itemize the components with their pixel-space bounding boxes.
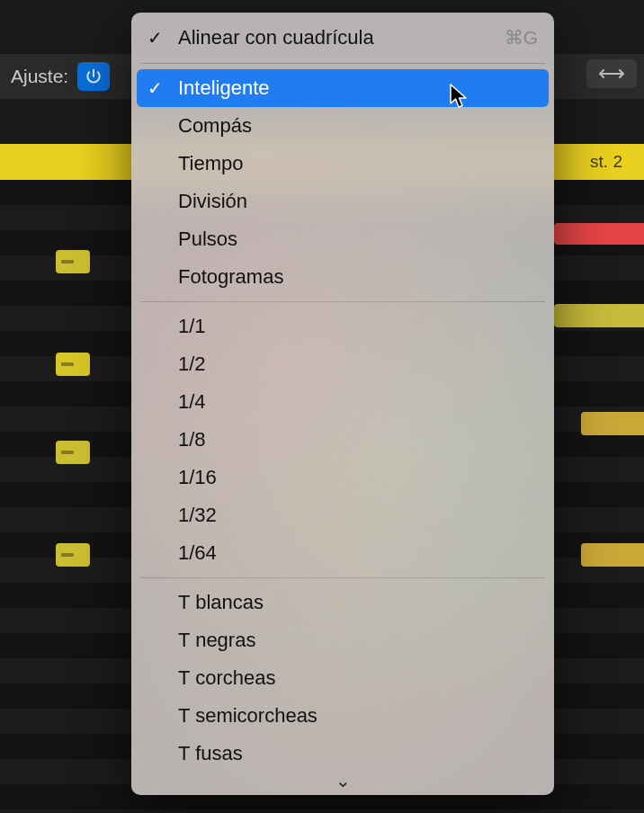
chevron-down-icon[interactable]: ⌄ [335, 770, 351, 791]
menu-divider [140, 63, 545, 64]
menu-divider [140, 301, 545, 302]
menu-item-label: Inteligente [178, 76, 270, 100]
ruler-marker-label: st. 2 [590, 152, 622, 172]
menu-item-1-4[interactable]: 1/4 [131, 383, 554, 421]
menu-item-label: 1/8 [178, 428, 206, 451]
menu-item-1-32[interactable]: 1/32 [131, 496, 554, 534]
region[interactable] [554, 304, 644, 327]
menu-item-label: Alinear con cuadrícula [178, 26, 374, 49]
menu-item-label: 1/2 [178, 353, 206, 376]
menu-item-label: Pulsos [178, 228, 237, 251]
menu-item-1-8[interactable]: 1/8 [131, 421, 554, 459]
menu-shortcut: ⌘G [505, 27, 538, 49]
menu-item-label: 1/64 [178, 541, 217, 565]
check-icon: ✓ [148, 77, 163, 99]
menu-item-label: T negras [178, 629, 255, 652]
menu-item-label: T semicorcheas [178, 704, 318, 728]
menu-item-bar[interactable]: Compás [131, 107, 554, 145]
menu-item-smart[interactable]: ✓ Inteligente [137, 69, 549, 107]
region[interactable] [56, 441, 90, 464]
menu-item-1-2[interactable]: 1/2 [131, 345, 554, 383]
region[interactable] [581, 412, 644, 435]
menu-item-beat[interactable]: Tiempo [131, 145, 554, 183]
region[interactable] [56, 250, 90, 273]
menu-item-label: 1/4 [178, 390, 206, 414]
region[interactable] [581, 543, 644, 567]
menu-item-label: Compás [178, 114, 252, 138]
check-icon: ✓ [148, 27, 163, 49]
power-icon [85, 67, 103, 85]
menu-divider [140, 577, 545, 578]
menu-item-t-quarter[interactable]: T negras [131, 621, 554, 659]
region[interactable] [56, 543, 90, 567]
snap-label: Ajuste: [11, 66, 68, 87]
menu-item-t-sixteenth[interactable]: T semicorcheas [131, 697, 554, 735]
region[interactable] [554, 223, 644, 245]
menu-item-label: Tiempo [178, 152, 244, 175]
menu-item-label: 1/32 [178, 504, 217, 527]
menu-item-1-16[interactable]: 1/16 [131, 459, 554, 496]
menu-item-frames[interactable]: Fotogramas [131, 258, 554, 296]
menu-item-label: 1/1 [178, 315, 206, 338]
horizontal-zoom-button[interactable] [586, 59, 637, 88]
menu-item-label: T blancas [178, 591, 264, 614]
menu-item-t-eighth[interactable]: T corcheas [131, 659, 554, 697]
menu-item-ticks[interactable]: Pulsos [131, 220, 554, 258]
menu-item-t-thirtysecond[interactable]: T fusas [131, 735, 554, 773]
menu-item-label: División [178, 190, 247, 213]
snap-toggle-button[interactable] [77, 62, 110, 91]
menu-item-1-64[interactable]: 1/64 [131, 534, 554, 572]
snap-menu: ✓ Alinear con cuadrícula ⌘G ✓ Inteligent… [131, 13, 554, 795]
menu-item-label: 1/16 [178, 466, 217, 489]
menu-item-label: Fotogramas [178, 265, 283, 289]
menu-item-label: T fusas [178, 742, 243, 765]
menu-item-1-1[interactable]: 1/1 [131, 308, 554, 345]
menu-item-division[interactable]: División [131, 183, 554, 220]
horizontal-arrows-icon [599, 67, 624, 81]
menu-item-align-to-grid[interactable]: ✓ Alinear con cuadrícula ⌘G [131, 18, 554, 58]
region[interactable] [56, 353, 90, 376]
menu-item-t-half[interactable]: T blancas [131, 584, 554, 621]
menu-item-label: T corcheas [178, 666, 275, 690]
